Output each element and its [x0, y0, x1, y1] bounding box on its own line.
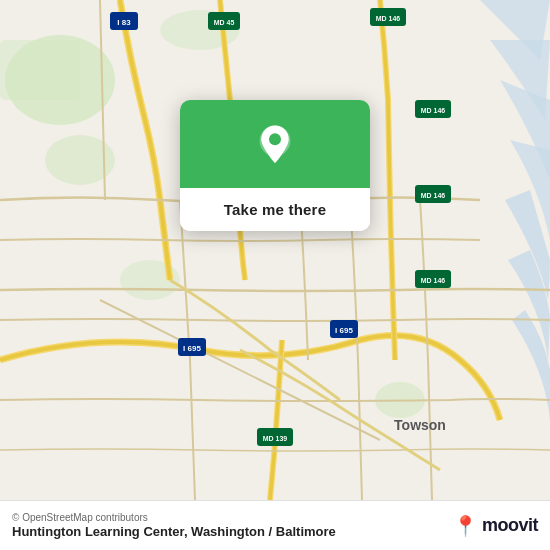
svg-rect-3 — [0, 40, 80, 100]
map-background: I 83 MD 45 MD 146 MD 146 MD 146 MD 146 I… — [0, 0, 550, 500]
moovit-pin-icon: 📍 — [453, 516, 478, 536]
svg-text:MD 146: MD 146 — [421, 277, 446, 284]
svg-text:Towson: Towson — [394, 417, 446, 433]
location-pin-icon — [251, 122, 299, 170]
copyright-text: © OpenStreetMap contributors — [12, 512, 336, 523]
svg-text:I 695: I 695 — [183, 344, 201, 353]
location-title: Huntington Learning Center, Washington /… — [12, 524, 336, 539]
bottom-bar: © OpenStreetMap contributors Huntington … — [0, 500, 550, 550]
moovit-brand: 📍 moovit — [453, 515, 538, 536]
popup-card: Take me there — [180, 100, 370, 231]
svg-text:MD 146: MD 146 — [376, 15, 401, 22]
moovit-logo-text: moovit — [482, 515, 538, 536]
svg-text:MD 139: MD 139 — [263, 435, 288, 442]
svg-text:I 83: I 83 — [117, 18, 131, 27]
svg-point-27 — [269, 133, 281, 145]
take-me-there-button[interactable]: Take me there — [180, 188, 370, 231]
map-container: I 83 MD 45 MD 146 MD 146 MD 146 MD 146 I… — [0, 0, 550, 500]
svg-text:MD 146: MD 146 — [421, 192, 446, 199]
bottom-left-info: © OpenStreetMap contributors Huntington … — [12, 512, 336, 539]
svg-text:I 695: I 695 — [335, 326, 353, 335]
popup-icon-area — [180, 100, 370, 188]
svg-text:MD 45: MD 45 — [214, 19, 235, 26]
svg-text:MD 146: MD 146 — [421, 107, 446, 114]
